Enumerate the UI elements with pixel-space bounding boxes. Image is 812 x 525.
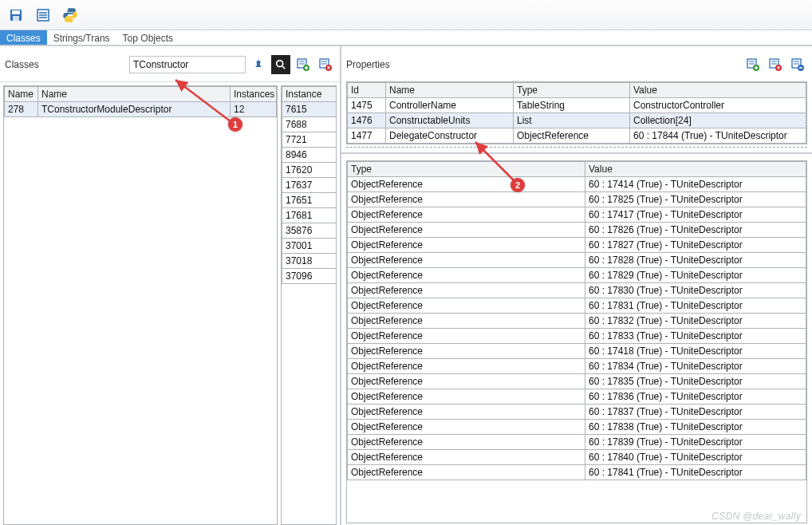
table-row[interactable]: ObjectReference60 : 17831 (True) - TUnit… [348, 298, 806, 314]
tab-bar: ClassesStrings/TransTop Objects [0, 30, 812, 46]
table-row[interactable]: ObjectReference60 : 17835 (True) - TUnit… [348, 374, 806, 389]
list-remove-icon[interactable] [316, 55, 335, 74]
table-row[interactable]: ObjectReference60 : 17836 (True) - TUnit… [348, 389, 806, 405]
table-row[interactable]: 17637 [282, 178, 337, 193]
col-name-short[interactable]: Name [5, 87, 38, 102]
col-prop-type[interactable]: Type [514, 83, 630, 98]
col-instances[interactable]: Instances [231, 87, 277, 102]
col-val-value[interactable]: Value [585, 162, 806, 177]
table-row[interactable]: ObjectReference60 : 17414 (True) - TUnit… [348, 177, 806, 192]
list-icon[interactable] [34, 6, 53, 25]
grid-remove-icon[interactable] [766, 55, 785, 74]
col-id[interactable]: Id [348, 83, 386, 98]
tab-top-objects[interactable]: Top Objects [116, 30, 179, 45]
table-row[interactable]: 17681 [282, 208, 337, 223]
properties-title: Properties [346, 59, 739, 70]
table-row[interactable]: ObjectReference60 : 17839 (True) - TUnit… [348, 435, 806, 450]
table-row[interactable]: ObjectReference60 : 17418 (True) - TUnit… [348, 344, 806, 359]
svg-rect-1 [12, 10, 20, 14]
col-name[interactable]: Name [38, 87, 231, 102]
classes-filter-input[interactable] [129, 56, 246, 73]
search-icon[interactable] [271, 55, 290, 74]
tab-classes[interactable]: Classes [0, 30, 47, 45]
table-row[interactable]: ObjectReference60 : 17834 (True) - TUnit… [348, 359, 806, 374]
col-val-type[interactable]: Type [348, 162, 585, 177]
table-row[interactable]: 278TConstructorModuleDescriptor12 [5, 102, 277, 117]
table-row[interactable]: 7615 [282, 102, 337, 117]
table-row[interactable]: ObjectReference60 : 17833 (True) - TUnit… [348, 329, 806, 344]
table-row[interactable]: ObjectReference60 : 17838 (True) - TUnit… [348, 420, 806, 435]
table-row[interactable]: ObjectReference60 : 17825 (True) - TUnit… [348, 192, 806, 207]
table-row[interactable]: ObjectReference60 : 17828 (True) - TUnit… [348, 253, 806, 268]
table-row[interactable]: ObjectReference60 : 17417 (True) - TUnit… [348, 207, 806, 223]
properties-header: Properties [341, 46, 812, 81]
table-row[interactable]: 1475ControllerNameTableStringConstructor… [348, 98, 806, 113]
table-row[interactable]: 1477DelegateConstructorObjectReference60… [348, 128, 806, 144]
table-row[interactable]: ObjectReference60 : 17840 (True) - TUnit… [348, 450, 806, 465]
grid-add-icon[interactable] [743, 55, 763, 74]
python-icon[interactable] [61, 6, 80, 25]
list-add-icon[interactable] [294, 55, 313, 74]
table-row[interactable]: ObjectReference60 : 17826 (True) - TUnit… [348, 223, 806, 238]
table-row[interactable]: ObjectReference60 : 17827 (True) - TUnit… [348, 238, 806, 253]
table-row[interactable]: 1476ConstructableUnitsListCollection[24] [348, 113, 806, 128]
table-row[interactable]: ObjectReference60 : 17832 (True) - TUnit… [348, 314, 806, 329]
pin-icon[interactable] [249, 55, 268, 74]
annotation-badge-1: 1 [228, 117, 242, 132]
svg-rect-2 [13, 16, 19, 21]
table-row[interactable]: 7688 [282, 117, 337, 132]
table-row[interactable]: ObjectReference60 : 17841 (True) - TUnit… [348, 465, 806, 480]
table-row[interactable]: 17620 [282, 163, 337, 178]
classes-title: Classes [5, 59, 124, 70]
tab-strings-trans[interactable]: Strings/Trans [47, 30, 116, 45]
table-row[interactable]: 37018 [282, 254, 337, 269]
col-instance[interactable]: Instance [282, 87, 337, 102]
svg-line-10 [282, 66, 286, 69]
svg-point-8 [72, 19, 73, 21]
table-row[interactable]: 17651 [282, 193, 337, 208]
annotation-badge-2: 2 [510, 178, 525, 192]
svg-point-7 [67, 10, 69, 11]
save-icon[interactable] [6, 6, 26, 25]
table-row[interactable]: ObjectReference60 : 17830 (True) - TUnit… [348, 283, 806, 298]
main-toolbar [0, 0, 812, 30]
watermark: CSDN @dear_wally [711, 511, 801, 522]
table-row[interactable]: 37096 [282, 269, 337, 284]
classes-header: Classes [0, 46, 340, 81]
col-prop-name[interactable]: Name [386, 83, 514, 98]
svg-point-9 [277, 61, 283, 67]
table-row[interactable]: 8946 [282, 148, 337, 163]
table-row[interactable]: 35876 [282, 223, 337, 239]
table-row[interactable]: ObjectReference60 : 17837 (True) - TUnit… [348, 405, 806, 420]
col-prop-value[interactable]: Value [630, 83, 806, 98]
grid-link-icon[interactable] [788, 55, 807, 74]
table-row[interactable]: 37001 [282, 239, 337, 254]
table-row[interactable]: 7721 [282, 132, 337, 148]
table-row[interactable]: ObjectReference60 : 17829 (True) - TUnit… [348, 268, 806, 283]
